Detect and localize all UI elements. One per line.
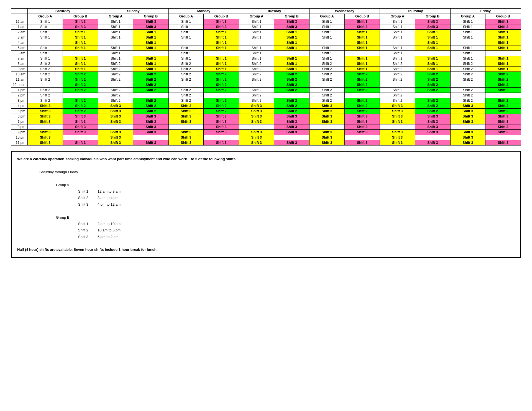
schedule-cell: Shift 1	[415, 40, 450, 45]
schedule-cell: Shift 1	[344, 40, 380, 45]
schedule-cell: Shift 1	[274, 67, 310, 72]
schedule-cell: Shift 1	[380, 35, 415, 40]
schedule-cell: Shift 2	[239, 98, 274, 103]
schedule-cell: Shift 1	[344, 67, 380, 72]
tue-groupb: Group B	[274, 14, 310, 19]
schedule-cell: Shift 2	[239, 72, 274, 77]
schedule-cell: Shift 2	[415, 88, 450, 93]
schedule-cell: Shift 1	[28, 19, 63, 24]
schedule-cell: Shift 1	[28, 35, 63, 40]
schedule-cell: Shift 3	[415, 114, 450, 119]
schedule-cell: Shift 3	[485, 124, 521, 130]
schedule-cell: Shift 3	[98, 140, 133, 145]
schedule-cell	[28, 124, 63, 130]
schedule-cell: Shift 2	[274, 98, 310, 103]
schedule-cell: Shift 3	[168, 119, 204, 124]
schedule-cell	[310, 124, 345, 130]
schedule-cell: Shift 2	[168, 88, 204, 93]
schedule-cell: Shift 3	[239, 114, 274, 119]
schedule-cell: Shift 1	[450, 56, 485, 61]
schedule-cell: Shift 1	[204, 40, 239, 45]
schedule-cell: Shift 2	[204, 88, 239, 93]
schedule-cell: Shift 2	[344, 98, 380, 103]
schedule-cell: Shift 2	[344, 109, 380, 114]
schedule-cell: Shift 3	[310, 114, 345, 119]
schedule-cell: Shift 1	[344, 35, 380, 40]
schedule-cell: Shift 3	[239, 119, 274, 124]
schedule-cell	[310, 40, 345, 45]
schedule-cell	[98, 124, 133, 130]
schedule-cell	[344, 135, 380, 140]
schedule-cell: Shift 3	[133, 124, 169, 130]
schedule-cell: Shift 1	[485, 61, 521, 67]
schedule-cell: Shift 1	[450, 45, 485, 51]
schedule-cell: Shift 1	[133, 56, 169, 61]
schedule-cell: Shift 3	[344, 140, 380, 145]
schedule-cell	[274, 51, 310, 56]
schedule-cell: Shift 2	[450, 98, 485, 103]
wed-groupa: Group A	[310, 14, 345, 19]
schedule-cell: Shift 1	[98, 30, 133, 35]
schedule-cell	[310, 82, 345, 88]
schedule-cell: Shift 3	[168, 114, 204, 119]
schedule-cell: Shift 3	[274, 114, 310, 119]
schedule-cell: Shift 3	[204, 130, 239, 135]
schedule-cell: Shift 3	[485, 140, 521, 145]
schedule-cell: Shift 1	[310, 19, 345, 24]
schedule-cell: Shift 3	[204, 119, 239, 124]
schedule-cell: Shift 3	[63, 124, 98, 130]
schedule-cell: Shift 1	[310, 51, 345, 56]
time-label: 2 am	[11, 30, 28, 35]
schedule-cell: Shift 2	[310, 93, 345, 98]
group-a-label: Group A	[56, 182, 515, 188]
fri-groupb: Group B	[485, 14, 521, 19]
schedule-cell: Shift 1	[239, 51, 274, 56]
schedule-cell: Shift 3	[415, 19, 450, 24]
info-footer: Half (4 hour) shifts are available. Seve…	[17, 246, 515, 253]
schedule-cell: Shift 1	[274, 35, 310, 40]
schedule-cell: Shift 1	[63, 61, 98, 67]
schedule-cell: Shift 1	[168, 51, 204, 56]
schedule-cell: Shift 1	[28, 30, 63, 35]
schedule-cell: Shift 3	[63, 19, 98, 24]
schedule-cell: Shift 3	[415, 124, 450, 130]
schedule-cell: Shift 2	[28, 72, 63, 77]
time-label: 9 am	[11, 67, 28, 72]
schedule-cell: Shift 2	[168, 61, 204, 67]
schedule-cell: Shift 3	[310, 130, 345, 135]
schedule-cell: Shift 1	[310, 56, 345, 61]
schedule-cell: Shift 1	[28, 51, 63, 56]
schedule-cell: Shift 2	[310, 77, 345, 82]
schedule-cell: Shift 2	[98, 72, 133, 77]
schedule-cell: Shift 1	[204, 61, 239, 67]
time-label: 4 pm	[11, 103, 28, 109]
schedule-cell: Shift 2	[310, 88, 345, 93]
schedule-cell: Shift 1	[450, 51, 485, 56]
schedule-cell: Shift 2	[415, 98, 450, 103]
schedule-cell	[239, 82, 274, 88]
schedule-cell: Shift 2	[310, 67, 345, 72]
schedule-cell: Shift 2	[310, 98, 345, 103]
schedule-cell: Shift 1	[310, 30, 345, 35]
schedule-cell: Shift 3	[380, 135, 415, 140]
schedule-cell: Shift 2	[415, 82, 450, 88]
group-b-label: Group B	[56, 214, 515, 221]
schedule-cell: Shift 2	[344, 103, 380, 109]
schedule-cell: Shift 1	[133, 45, 169, 51]
schedule-cell: Shift 3	[239, 130, 274, 135]
schedule-cell: Shift 2	[274, 82, 310, 88]
schedule-cell	[28, 40, 63, 45]
schedule-cell: Shift 2	[380, 72, 415, 77]
schedule-cell: Shift 2	[485, 77, 521, 82]
schedule-cell	[380, 124, 415, 130]
sat-groupa: Group A	[28, 14, 63, 19]
day-wednesday: Wednesday	[310, 9, 380, 14]
schedule-cell: Shift 2	[168, 67, 204, 72]
sun-groupa: Group A	[98, 14, 133, 19]
schedule-cell: Shift 1	[204, 35, 239, 40]
schedule-cell	[168, 124, 204, 130]
schedule-cell: Shift 1	[450, 35, 485, 40]
day-friday: Friday	[450, 9, 521, 14]
time-label: 6 am	[11, 51, 28, 56]
schedule-cell: Shift 3	[450, 109, 485, 114]
